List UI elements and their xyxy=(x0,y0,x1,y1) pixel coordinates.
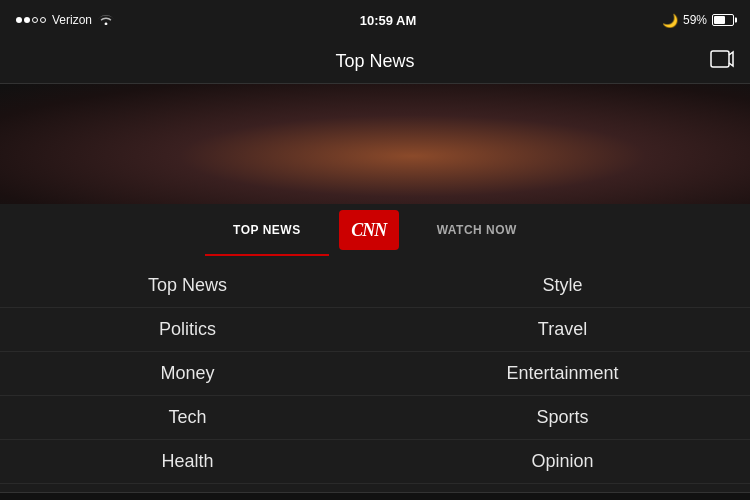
status-time: 10:59 AM xyxy=(360,13,417,28)
hero-image xyxy=(0,84,750,204)
carrier-name: Verizon xyxy=(52,13,92,27)
wifi-icon xyxy=(98,13,114,28)
tab-bar: TOP NEWS CNN WATCH NOW xyxy=(0,204,750,256)
cnn-logo-tab[interactable]: CNN xyxy=(339,210,399,250)
status-bar: Verizon 10:59 AM 🌙 59% xyxy=(0,0,750,40)
tab-watch-now[interactable]: WATCH NOW xyxy=(409,204,545,256)
menu-item-top-news[interactable]: Top News xyxy=(0,264,375,308)
menu-item-style[interactable]: Style xyxy=(375,264,750,308)
menu-item-health[interactable]: Health xyxy=(0,440,375,484)
nav-bar: Top News xyxy=(0,40,750,84)
tab-top-news[interactable]: TOP NEWS xyxy=(205,204,329,256)
menu-item-entertainment[interactable]: Entertainment xyxy=(375,352,750,396)
signal-dot-3 xyxy=(32,17,38,23)
battery-percentage: 59% xyxy=(683,13,707,27)
moon-icon: 🌙 xyxy=(662,13,678,28)
status-left: Verizon xyxy=(16,13,114,28)
menu-item-money[interactable]: Money xyxy=(0,352,375,396)
cnn-logo-text: CNN xyxy=(351,220,386,241)
menu-item-opinion[interactable]: Opinion xyxy=(375,440,750,484)
signal-dot-4 xyxy=(40,17,46,23)
svg-rect-0 xyxy=(711,51,729,67)
menu-grid: Top News Style Politics Travel Money Ent… xyxy=(0,256,750,492)
status-right: 🌙 59% xyxy=(662,13,734,28)
menu-item-tech[interactable]: Tech xyxy=(0,396,375,440)
signal-dots xyxy=(16,17,46,23)
menu-item-politics[interactable]: Politics xyxy=(0,308,375,352)
menu-item-sports[interactable]: Sports xyxy=(375,396,750,440)
video-button[interactable] xyxy=(710,50,734,73)
signal-dot-2 xyxy=(24,17,30,23)
page-title: Top News xyxy=(335,51,414,72)
menu-item-travel[interactable]: Travel xyxy=(375,308,750,352)
battery-fill xyxy=(714,16,725,24)
battery-icon xyxy=(712,14,734,26)
signal-dot-1 xyxy=(16,17,22,23)
bottom-bar xyxy=(0,492,750,500)
